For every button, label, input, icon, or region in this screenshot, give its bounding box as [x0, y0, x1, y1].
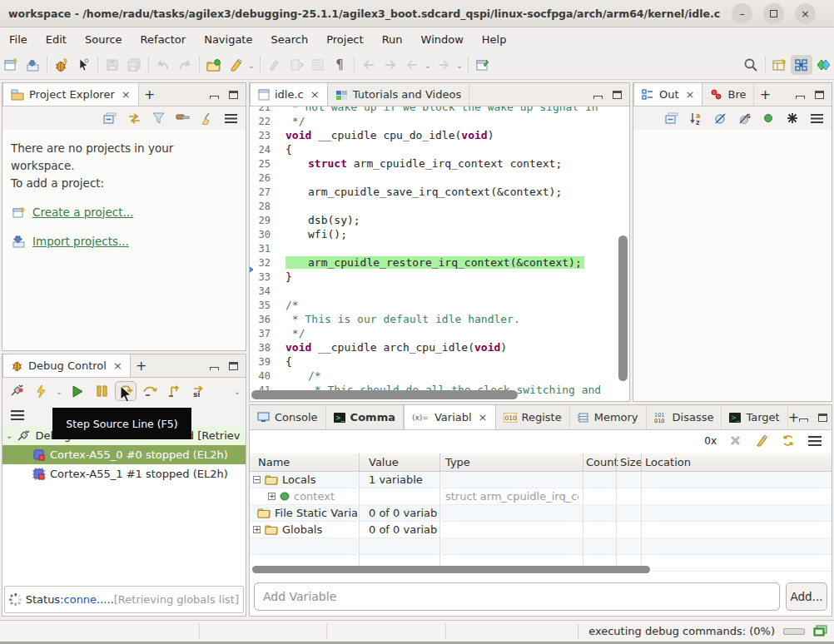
add-variable-input[interactable]	[254, 582, 780, 611]
code-line-33[interactable]: 33}	[250, 270, 616, 284]
column-divider[interactable]	[641, 453, 642, 471]
step-out-button[interactable]	[163, 381, 185, 401]
tab-idle-c[interactable]: idle.c ×	[250, 83, 328, 106]
add-variable-button[interactable]: Add...	[786, 582, 827, 611]
minimize-button[interactable]: –	[732, 3, 752, 24]
link-editor-button[interactable]	[126, 111, 142, 126]
code-line-26[interactable]: 26	[250, 171, 616, 185]
edit-variable-button[interactable]	[753, 433, 770, 448]
hide-nonpublic-button[interactable]	[760, 111, 777, 126]
debug-config-button[interactable]	[51, 55, 72, 75]
menu-help[interactable]: Help	[473, 30, 516, 49]
hex-format-button[interactable]: 0x	[704, 435, 717, 447]
column-header-count[interactable]: Count	[586, 456, 618, 468]
menu-project[interactable]: Project	[317, 30, 372, 49]
menu-file[interactable]: File	[0, 30, 37, 49]
step-instruction-button[interactable]: si	[187, 381, 209, 401]
build-button[interactable]	[174, 111, 191, 126]
code-line-22[interactable]: 22 */	[250, 114, 616, 128]
maximize-view-icon[interactable]	[818, 414, 827, 422]
save-button[interactable]	[102, 55, 123, 75]
tab-registers[interactable]: 010 Registe	[496, 405, 570, 429]
code-line-30[interactable]: 30wfi();	[250, 227, 616, 241]
column-header-location[interactable]: Location	[645, 456, 691, 468]
clean-button[interactable]	[198, 111, 215, 126]
code-line-28[interactable]: 28	[250, 199, 616, 213]
view-menu-button[interactable]	[807, 433, 823, 448]
editor-horizontal-scrollbar[interactable]	[251, 390, 518, 399]
progress-view-icon[interactable]	[813, 625, 827, 637]
collapse-expander[interactable]: −	[253, 476, 261, 483]
new-view-button[interactable]: +	[788, 405, 799, 429]
redo-button[interactable]	[174, 55, 196, 75]
view-menu-button[interactable]	[808, 111, 825, 126]
code-line-27[interactable]: 27arm_cpuidle_save_irq_context(&context)…	[250, 185, 616, 199]
back-button[interactable]	[401, 55, 423, 75]
format-button[interactable]	[264, 55, 285, 75]
column-header-size[interactable]: Size	[620, 456, 643, 468]
code-line-32[interactable]: 32arm_cpuidle_restore_irq_context(&conte…	[250, 255, 616, 270]
debug-core-1[interactable]: Cortex-A55_1 #1 stopped (EL2h)	[2, 464, 246, 483]
tab-console[interactable]: Console	[250, 405, 326, 429]
code-editor[interactable]: 21 * not wake up if we block the wake up…	[250, 107, 629, 401]
undo-button[interactable]	[152, 55, 174, 75]
column-divider[interactable]	[583, 453, 583, 471]
tab-disassembly[interactable]: 101010 Disasse	[647, 405, 722, 429]
connect-script-button[interactable]	[225, 55, 246, 75]
column-header-type[interactable]: Type	[445, 456, 470, 468]
view-menu-button[interactable]	[9, 408, 26, 423]
close-icon[interactable]: ×	[122, 88, 131, 101]
forward-dropdown[interactable]: ⌄	[454, 61, 464, 70]
minimize-view-icon[interactable]	[799, 419, 808, 422]
connect-dropdown[interactable]: ⌄	[54, 387, 64, 396]
maximize-view-icon[interactable]	[229, 362, 238, 370]
code-line-36[interactable]: 36 * This is our default idle handler.	[250, 312, 616, 326]
remove-button[interactable]	[727, 433, 743, 448]
connect-button[interactable]	[30, 381, 52, 401]
variables-horizontal-scrollbar[interactable]	[252, 566, 650, 573]
menu-navigate[interactable]: Navigate	[195, 30, 261, 49]
code-line-34[interactable]: 34	[250, 284, 616, 298]
save-all-button[interactable]	[123, 55, 145, 75]
new-view-button[interactable]: +	[131, 354, 152, 377]
continue-button[interactable]	[67, 381, 88, 401]
import-projects-link[interactable]: Import projects...	[32, 233, 129, 250]
outline-list-button[interactable]	[307, 55, 329, 75]
maximize-button[interactable]	[763, 3, 784, 24]
import-button[interactable]	[22, 55, 43, 75]
back-dropdown[interactable]: ⌄	[423, 61, 433, 70]
menu-window[interactable]: Window	[412, 30, 473, 49]
tab-debug-control[interactable]: Debug Control ×	[2, 354, 131, 377]
tab-tutorials[interactable]: Tutorials and Videos	[328, 83, 469, 106]
code-line-23[interactable]: 23void __cpuidle cpu_do_idle(void)	[250, 128, 616, 142]
table-row-file-static-variables[interactable]: File Static Variables0 of 0 variables	[250, 505, 832, 522]
expand-expander[interactable]: +	[268, 493, 276, 500]
pause-button[interactable]	[91, 381, 112, 401]
tab-variables[interactable]: (x)= Variabl ×	[404, 405, 496, 429]
column-divider[interactable]	[359, 453, 360, 471]
code-line-37[interactable]: 37 */	[250, 326, 616, 340]
new-view-button[interactable]: +	[139, 83, 161, 106]
code-line-39[interactable]: 39{	[250, 354, 616, 369]
tab-target[interactable]: >_ Target	[722, 405, 787, 429]
table-row-locals[interactable]: −Locals1 variable	[250, 472, 832, 488]
code-line-25[interactable]: 25struct arm_cpuidle_irq_context context…	[250, 156, 616, 171]
last-edit-location-button[interactable]	[358, 55, 380, 75]
close-button[interactable]: ×	[795, 3, 816, 24]
table-row-context[interactable]: +contextstruct arm_cpuidle_irq_context	[250, 488, 832, 505]
collapse-all-button[interactable]	[663, 111, 680, 126]
code-line-40[interactable]: 40/*	[250, 369, 616, 383]
pin-editor-button[interactable]	[472, 55, 494, 75]
status-link[interactable]: conne	[64, 593, 97, 606]
column-header-value[interactable]: Value	[369, 456, 399, 468]
hide-inactive-button[interactable]	[784, 111, 801, 126]
tab-breakpoints[interactable]: Bre	[702, 83, 754, 106]
view-menu-button[interactable]	[222, 111, 239, 126]
cpp-perspective-button[interactable]	[812, 55, 834, 75]
create-project-link[interactable]: Create a project...	[32, 204, 133, 221]
minimize-view-icon[interactable]	[796, 96, 805, 99]
menu-search[interactable]: Search	[261, 30, 317, 49]
tab-commands[interactable]: >_ Comma	[326, 405, 404, 429]
search-button[interactable]	[740, 55, 762, 75]
menu-edit[interactable]: Edit	[37, 30, 76, 49]
